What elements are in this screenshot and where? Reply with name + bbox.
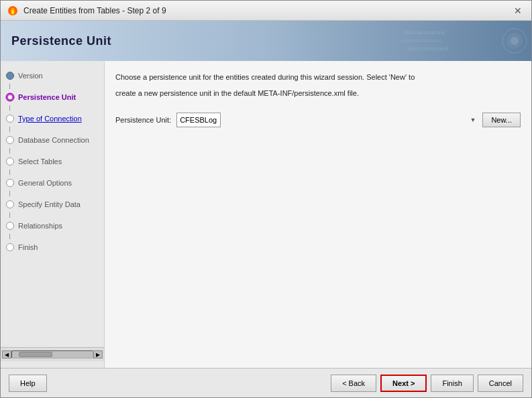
sidebar-line-3	[9, 127, 10, 132]
title-bar: Create Entities from Tables - Step 2 of …	[1, 1, 531, 21]
sidebar-line-1	[9, 84, 10, 89]
sidebar: Version Persistence Unit	[1, 61, 105, 368]
header-decoration: 01010100101001010 10101001010010101 0101…	[397, 21, 531, 61]
sidebar-line-4	[9, 148, 10, 153]
step-icon-persistence	[5, 92, 15, 103]
persistence-unit-select-wrapper: CFESBLog	[176, 113, 477, 127]
svg-point-2	[12, 10, 14, 14]
sidebar-scrollbar[interactable]	[11, 350, 93, 358]
step-icon-relationships	[5, 220, 15, 231]
sidebar-line-2	[9, 105, 10, 111]
content-area: Version Persistence Unit	[1, 61, 531, 368]
sidebar-item-relationships: Relationships	[1, 218, 68, 234]
button-bar: Help < Back Next > Finish Cancel	[1, 368, 531, 397]
step-icon-connection-type	[5, 113, 15, 124]
svg-text:10101001010010101: 10101001010010101	[401, 38, 442, 43]
cancel-button[interactable]: Cancel	[478, 375, 523, 392]
header-band: Persistence Unit 01010100101001010 10101…	[1, 21, 531, 61]
sidebar-item-version: Version	[1, 68, 48, 84]
main-dialog: Create Entities from Tables - Step 2 of …	[0, 0, 532, 398]
step-icon-general-options	[5, 178, 15, 188]
svg-text:01010110101010010: 01010110101010010	[407, 46, 449, 51]
sidebar-scroll-left[interactable]: ◀	[2, 350, 11, 358]
sidebar-item-general-options: General Options	[1, 175, 77, 191]
persistence-unit-label: Persistence Unit:	[115, 116, 171, 124]
description-line1: Choose a persistence unit for the entiti…	[115, 72, 521, 84]
form-row-persistence-unit: Persistence Unit: CFESBLog New...	[115, 113, 521, 127]
svg-text:01010100101001010: 01010100101001010	[404, 30, 445, 35]
main-panel: Choose a persistence unit for the entiti…	[105, 61, 531, 368]
svg-point-10	[8, 95, 12, 99]
close-button[interactable]: ✕	[511, 6, 525, 15]
step-icon-finish	[5, 242, 15, 253]
sidebar-item-persistence-unit: Persistence Unit	[1, 89, 81, 105]
persistence-unit-select[interactable]: CFESBLog	[176, 113, 221, 127]
svg-point-8	[511, 37, 519, 45]
help-button[interactable]: Help	[9, 375, 47, 392]
sidebar-scroll-right[interactable]: ▶	[93, 350, 103, 358]
new-button[interactable]: New...	[482, 113, 521, 127]
sidebar-item-select-tables: Select Tables	[1, 153, 67, 170]
sidebar-item-finish: Finish	[1, 239, 43, 255]
sidebar-item-database-connection: Database Connection	[1, 132, 95, 148]
sidebar-line-8	[9, 234, 10, 239]
step-icon-select-tables	[5, 156, 15, 167]
header-title: Persistence Unit	[11, 34, 111, 48]
description-line2: create a new persistence unit in the def…	[115, 88, 521, 100]
dialog-title: Create Entities from Tables - Step 2 of …	[23, 6, 166, 15]
sidebar-line-6	[9, 191, 10, 196]
title-bar-left: Create Entities from Tables - Step 2 of …	[7, 5, 166, 16]
active-step-icon	[5, 92, 15, 102]
sidebar-scrollbar-thumb	[19, 352, 52, 357]
sidebar-item-type-of-connection[interactable]: Type of Connection	[1, 111, 87, 127]
next-button[interactable]: Next >	[380, 375, 427, 392]
sidebar-line-7	[9, 212, 10, 218]
sidebar-item-specify-entity-data: Specify Entity Data	[1, 196, 86, 212]
back-button[interactable]: < Back	[331, 375, 376, 392]
step-icon-db-connection	[5, 135, 15, 145]
finish-button[interactable]: Finish	[431, 375, 473, 392]
sidebar-line-5	[9, 170, 10, 175]
app-icon	[7, 5, 18, 16]
step-icon-version	[5, 70, 15, 81]
step-icon-specify-entity	[5, 199, 15, 210]
